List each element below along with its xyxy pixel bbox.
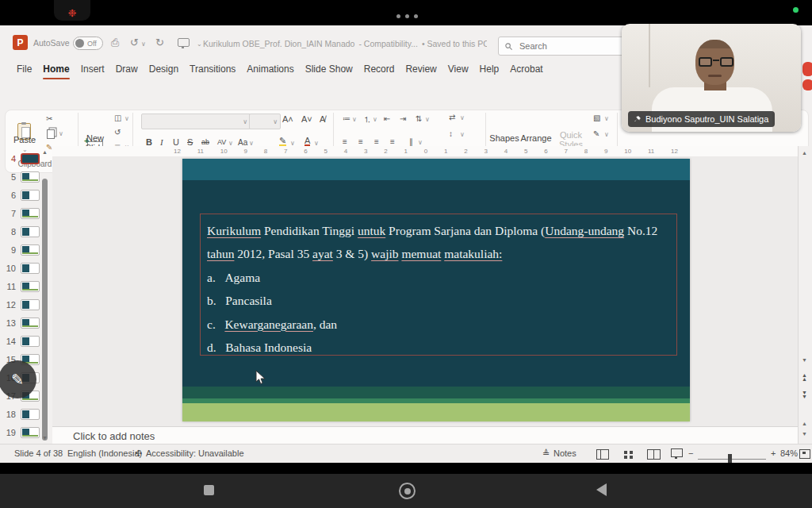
notes-toggle-icon[interactable]: ≜ — [542, 448, 550, 459]
slide-thumb-image[interactable] — [21, 226, 40, 237]
undo-icon[interactable]: ↺ — [130, 37, 139, 48]
tab-acrobat[interactable]: Acrobat — [504, 56, 548, 83]
slide-layout-dropdown-icon[interactable]: ∨ — [124, 115, 129, 122]
slide-text-box[interactable]: Kurikulum Pendidikan Tinggi untuk Progra… — [200, 214, 677, 356]
decrease-font-icon[interactable]: A˅ — [301, 114, 312, 124]
search-box[interactable] — [498, 37, 631, 56]
double-strikethrough-icon[interactable]: ab — [201, 138, 209, 146]
slide-thumbnail-10[interactable]: 10 — [0, 259, 41, 277]
webcam-overlay[interactable]: Budiyono Saputro_UIN Salatiga — [622, 24, 801, 132]
shape-fill-icon[interactable]: ▧ — [593, 114, 600, 122]
scroll-down-icon[interactable]: ▼ — [802, 357, 807, 363]
tab-file[interactable]: File — [11, 56, 37, 83]
slide-thumb-image[interactable] — [21, 299, 40, 310]
tab-animations[interactable]: Animations — [241, 56, 299, 83]
language-selector[interactable]: English (Indonesia) — [67, 448, 142, 458]
slide-thumbnail-12[interactable]: 12 — [0, 295, 41, 314]
notes-scroll-up-icon[interactable]: ▲ — [802, 421, 807, 426]
slide-thumb-image[interactable] — [21, 263, 40, 274]
undo-dropdown-icon[interactable]: ∨ — [141, 40, 146, 48]
zoom-slider[interactable] — [698, 453, 766, 463]
slide-thumbnail-19[interactable]: 19 — [0, 423, 41, 441]
floating-app-icon[interactable]: ❉ — [54, 0, 90, 21]
save-icon[interactable]: ⎙ — [111, 37, 119, 49]
text-direction-dropdown-icon[interactable]: ∨ — [460, 114, 465, 121]
thumbnails-scrollbar[interactable] — [42, 179, 48, 441]
slide-layout-icon[interactable]: ◫ — [114, 114, 121, 122]
slide-thumbnail-9[interactable]: 9 — [0, 241, 41, 259]
shape-outline-icon[interactable]: ✎ — [593, 129, 599, 138]
bullets-dropdown-icon[interactable]: ∨ — [352, 116, 357, 123]
numbering-icon[interactable]: ⒈ — [363, 114, 371, 125]
tab-help[interactable]: Help — [474, 56, 505, 83]
slide-thumbnail-6[interactable]: 6 — [0, 186, 41, 204]
tab-record[interactable]: Record — [358, 56, 400, 83]
tab-view[interactable]: View — [442, 56, 474, 83]
slide-thumbnail-5[interactable]: 5 — [0, 167, 41, 186]
reading-view-button[interactable] — [647, 448, 661, 460]
redo-icon[interactable]: ↻ — [155, 37, 164, 48]
shape-outline-dropdown-icon[interactable]: ∨ — [604, 131, 609, 138]
recents-button[interactable] — [204, 485, 214, 495]
annotation-pencil-button[interactable]: ✎ — [0, 360, 36, 398]
slide-thumb-image[interactable] — [21, 244, 40, 256]
slide-thumbnail-8[interactable]: 8 — [0, 222, 41, 241]
thumbnails-scroll-up-icon[interactable]: ▲ — [42, 149, 48, 155]
notes-scroll-down-icon[interactable]: ▼ — [802, 431, 807, 437]
quick-access-more-icon[interactable]: ⌄ — [197, 40, 202, 48]
scroll-up-icon[interactable]: ▲ — [802, 150, 807, 156]
slide-thumb-image[interactable] — [21, 409, 40, 420]
fit-to-window-button[interactable] — [799, 448, 810, 459]
line-spacing-dropdown-icon[interactable]: ∨ — [425, 116, 430, 123]
tab-draw[interactable]: Draw — [110, 56, 144, 83]
start-slideshow-icon[interactable] — [178, 38, 190, 47]
hidden-red-control[interactable] — [802, 62, 812, 76]
numbering-dropdown-icon[interactable]: ∨ — [373, 116, 377, 123]
align-text-icon[interactable]: ↕ — [449, 129, 453, 138]
tab-insert[interactable]: Insert — [75, 56, 110, 83]
bullets-icon[interactable]: ≔ — [343, 114, 350, 123]
slide-thumb-image[interactable] — [21, 281, 40, 292]
align-text-dropdown-icon[interactable]: ∨ — [460, 131, 465, 138]
increase-indent-icon[interactable]: ⇥ — [400, 114, 406, 123]
slide-thumbnail-11[interactable]: 11 — [0, 277, 41, 295]
clear-formatting-icon[interactable]: A̸ — [320, 114, 325, 124]
font-name-combo[interactable]: ∨ — [141, 114, 251, 129]
slide-thumb-image[interactable] — [21, 318, 40, 329]
slide-thumbnail-4[interactable]: 4 — [0, 149, 41, 167]
slide-sorter-view-button[interactable] — [623, 448, 634, 459]
slide-thumb-image[interactable] — [21, 190, 40, 201]
slide-thumbnail-7[interactable]: 7 — [0, 204, 41, 222]
decrease-indent-icon[interactable]: ⇤ — [384, 114, 390, 123]
search-input[interactable] — [518, 40, 608, 52]
slide-thumb-image[interactable] — [21, 153, 40, 164]
font-size-combo[interactable]: ∨ — [249, 114, 281, 129]
reset-slide-icon[interactable]: ↺ — [114, 128, 121, 137]
slide-thumbnail-13[interactable]: 13 — [0, 314, 41, 332]
slide-thumb-image[interactable] — [21, 336, 40, 347]
copy-icon[interactable] — [47, 129, 55, 139]
paste-button[interactable]: Paste — [11, 135, 38, 144]
zoom-in-button[interactable]: + — [771, 448, 776, 458]
normal-view-button[interactable] — [596, 448, 609, 460]
character-spacing-icon[interactable]: AV — [217, 138, 226, 146]
tab-home[interactable]: Home — [37, 56, 75, 83]
zoom-slider-thumb[interactable] — [728, 454, 732, 464]
autosave-toggle[interactable]: Off — [73, 37, 103, 50]
slideshow-view-button[interactable] — [671, 448, 683, 460]
system-menu-dots[interactable] — [394, 7, 420, 21]
size-combo-dropdown-icon[interactable]: ∨ — [273, 118, 278, 125]
font-combo-dropdown-icon[interactable]: ∨ — [243, 118, 247, 125]
cut-icon[interactable]: ✂ — [46, 114, 52, 123]
hidden-red-control[interactable] — [802, 79, 812, 90]
title-saved-status[interactable]: • Saved to this PC — [422, 39, 487, 48]
shape-fill-dropdown-icon[interactable]: ∨ — [604, 115, 609, 122]
slide-thumbnail-14[interactable]: 14 — [0, 332, 41, 350]
justify-icon[interactable]: ≡ — [390, 137, 395, 146]
increase-font-icon[interactable]: A˄ — [282, 114, 293, 124]
text-direction-icon[interactable]: ⇄ — [449, 113, 455, 121]
thumbnails-scroll-down-icon[interactable]: ▼ — [42, 435, 48, 441]
copy-dropdown-icon[interactable]: ∨ — [59, 130, 63, 137]
notes-toggle-button[interactable]: Notes — [553, 448, 576, 458]
notes-placeholder[interactable]: Click to add notes — [73, 430, 155, 442]
